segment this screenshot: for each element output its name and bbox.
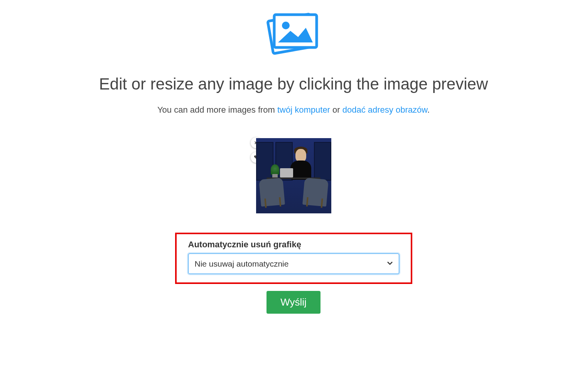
svg-point-2	[282, 22, 290, 29]
page-title: Edit or resize any image by clicking the…	[99, 75, 488, 93]
image-thumbnail[interactable]	[256, 138, 331, 213]
link-your-computer[interactable]: twój komputer	[277, 105, 330, 115]
svg-rect-1	[274, 15, 317, 47]
link-add-image-urls[interactable]: dodać adresy obrazów	[342, 105, 427, 115]
subtitle-mid: or	[330, 105, 342, 115]
submit-button[interactable]: Wyślij	[267, 291, 320, 314]
thumbnail-scene	[256, 138, 331, 213]
subtitle: You can add more images from twój komput…	[157, 105, 430, 115]
auto-delete-label: Automatycznie usuń grafikę	[188, 240, 399, 250]
photos-icon	[263, 8, 324, 63]
auto-delete-section: Automatycznie usuń grafikę Nie usuwaj au…	[175, 233, 412, 284]
auto-delete-select[interactable]: Nie usuwaj automatycznie	[188, 253, 399, 274]
image-thumbnail-container: × ✎	[256, 138, 331, 213]
auto-delete-select-wrapper: Nie usuwaj automatycznie	[188, 253, 399, 274]
subtitle-suffix: .	[427, 105, 430, 115]
subtitle-prefix: You can add more images from	[157, 105, 277, 115]
